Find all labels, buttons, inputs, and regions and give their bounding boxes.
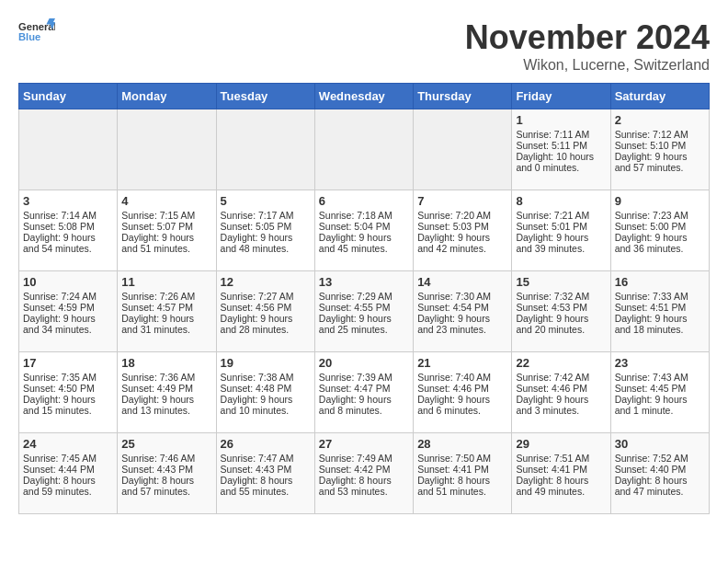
day-info: Sunrise: 7:26 AM: [121, 291, 211, 302]
day-info: Sunrise: 7:15 AM: [121, 210, 211, 221]
day-number: 22: [516, 356, 606, 370]
day-info: Sunset: 4:54 PM: [417, 302, 507, 313]
day-info: Daylight: 9 hours and 20 minutes.: [516, 313, 606, 335]
day-number: 17: [23, 356, 113, 370]
calendar-cell: 11Sunrise: 7:26 AMSunset: 4:57 PMDayligh…: [118, 271, 216, 352]
week-row-5: 24Sunrise: 7:45 AMSunset: 4:44 PMDayligh…: [19, 433, 710, 514]
day-info: Sunrise: 7:11 AM: [516, 129, 606, 140]
calendar-cell: [414, 109, 512, 190]
calendar-cell: 17Sunrise: 7:35 AMSunset: 4:50 PMDayligh…: [19, 352, 118, 433]
day-info: Sunset: 4:40 PM: [615, 464, 705, 475]
day-number: 5: [221, 194, 311, 208]
day-info: Daylight: 9 hours and 42 minutes.: [417, 232, 507, 254]
day-info: Daylight: 9 hours and 51 minutes.: [121, 232, 211, 254]
day-info: Sunset: 4:59 PM: [23, 302, 113, 313]
day-number: 26: [221, 437, 311, 451]
day-info: Sunrise: 7:39 AM: [319, 372, 409, 383]
day-number: 29: [516, 437, 606, 451]
calendar-cell: 19Sunrise: 7:38 AMSunset: 4:48 PMDayligh…: [216, 352, 314, 433]
day-info: Sunset: 4:46 PM: [516, 383, 606, 394]
day-number: 20: [319, 356, 409, 370]
header-row: SundayMondayTuesdayWednesdayThursdayFrid…: [19, 84, 710, 109]
calendar-cell: 27Sunrise: 7:49 AMSunset: 4:42 PMDayligh…: [314, 433, 413, 514]
week-row-4: 17Sunrise: 7:35 AMSunset: 4:50 PMDayligh…: [19, 352, 710, 433]
logo: General Blue: [18, 18, 55, 48]
day-info: Sunrise: 7:35 AM: [23, 372, 113, 383]
day-info: Daylight: 9 hours and 48 minutes.: [221, 232, 311, 254]
svg-text:Blue: Blue: [18, 31, 40, 42]
day-number: 7: [417, 194, 507, 208]
day-info: Daylight: 10 hours and 0 minutes.: [516, 151, 606, 173]
day-number: 2: [615, 113, 705, 127]
day-info: Sunset: 5:08 PM: [23, 221, 113, 232]
calendar-cell: 10Sunrise: 7:24 AMSunset: 4:59 PMDayligh…: [19, 271, 118, 352]
day-number: 16: [615, 275, 705, 289]
day-info: Sunrise: 7:36 AM: [121, 372, 211, 383]
day-info: Sunrise: 7:30 AM: [417, 291, 507, 302]
day-info: Sunset: 5:10 PM: [615, 140, 705, 151]
day-info: Sunset: 5:00 PM: [615, 221, 705, 232]
day-info: Sunrise: 7:52 AM: [615, 453, 705, 464]
day-info: Sunset: 4:44 PM: [23, 464, 113, 475]
calendar-body: 1Sunrise: 7:11 AMSunset: 5:11 PMDaylight…: [19, 109, 710, 514]
calendar-cell: [19, 109, 118, 190]
day-info: Daylight: 8 hours and 57 minutes.: [121, 475, 211, 497]
day-number: 14: [417, 275, 507, 289]
day-number: 18: [121, 356, 211, 370]
calendar-cell: 15Sunrise: 7:32 AMSunset: 4:53 PMDayligh…: [512, 271, 610, 352]
day-info: Daylight: 9 hours and 1 minute.: [615, 394, 705, 416]
calendar-cell: 1Sunrise: 7:11 AMSunset: 5:11 PMDaylight…: [512, 109, 610, 190]
day-info: Sunset: 4:48 PM: [221, 383, 311, 394]
day-info: Daylight: 8 hours and 53 minutes.: [319, 475, 409, 497]
day-info: Sunset: 4:49 PM: [121, 383, 211, 394]
day-info: Sunset: 5:05 PM: [221, 221, 311, 232]
day-info: Daylight: 8 hours and 51 minutes.: [417, 475, 507, 497]
calendar-cell: 20Sunrise: 7:39 AMSunset: 4:47 PMDayligh…: [314, 352, 413, 433]
header-day-sunday: Sunday: [19, 84, 118, 109]
day-info: Sunrise: 7:21 AM: [516, 210, 606, 221]
day-number: 10: [23, 275, 113, 289]
day-info: Sunrise: 7:49 AM: [319, 453, 409, 464]
day-info: Sunrise: 7:17 AM: [221, 210, 311, 221]
header-day-wednesday: Wednesday: [314, 84, 413, 109]
day-number: 1: [516, 113, 606, 127]
day-number: 15: [516, 275, 606, 289]
day-info: Sunset: 4:43 PM: [221, 464, 311, 475]
day-number: 8: [516, 194, 606, 208]
week-row-1: 1Sunrise: 7:11 AMSunset: 5:11 PMDaylight…: [19, 109, 710, 190]
day-info: Sunrise: 7:33 AM: [615, 291, 705, 302]
calendar-cell: 12Sunrise: 7:27 AMSunset: 4:56 PMDayligh…: [216, 271, 314, 352]
day-info: Sunset: 4:51 PM: [615, 302, 705, 313]
day-info: Daylight: 9 hours and 36 minutes.: [615, 232, 705, 254]
day-info: Daylight: 9 hours and 18 minutes.: [615, 313, 705, 335]
calendar-cell: 14Sunrise: 7:30 AMSunset: 4:54 PMDayligh…: [414, 271, 512, 352]
calendar-cell: 24Sunrise: 7:45 AMSunset: 4:44 PMDayligh…: [19, 433, 118, 514]
calendar-cell: 30Sunrise: 7:52 AMSunset: 4:40 PMDayligh…: [610, 433, 709, 514]
day-number: 9: [615, 194, 705, 208]
logo-icon: General Blue: [18, 18, 55, 48]
day-info: Daylight: 9 hours and 8 minutes.: [319, 394, 409, 416]
day-number: 27: [319, 437, 409, 451]
day-info: Daylight: 8 hours and 47 minutes.: [615, 475, 705, 497]
calendar-cell: [216, 109, 314, 190]
day-info: Sunset: 4:45 PM: [615, 383, 705, 394]
day-info: Sunrise: 7:32 AM: [516, 291, 606, 302]
calendar-cell: 28Sunrise: 7:50 AMSunset: 4:41 PMDayligh…: [414, 433, 512, 514]
day-info: Sunset: 4:56 PM: [221, 302, 311, 313]
day-info: Sunrise: 7:38 AM: [221, 372, 311, 383]
day-info: Sunset: 4:47 PM: [319, 383, 409, 394]
day-info: Sunset: 5:07 PM: [121, 221, 211, 232]
day-number: 12: [221, 275, 311, 289]
day-info: Sunrise: 7:24 AM: [23, 291, 113, 302]
week-row-3: 10Sunrise: 7:24 AMSunset: 4:59 PMDayligh…: [19, 271, 710, 352]
header-day-thursday: Thursday: [414, 84, 512, 109]
day-info: Sunset: 4:43 PM: [121, 464, 211, 475]
calendar-header: SundayMondayTuesdayWednesdayThursdayFrid…: [19, 84, 710, 109]
day-info: Daylight: 9 hours and 6 minutes.: [417, 394, 507, 416]
day-info: Daylight: 9 hours and 15 minutes.: [23, 394, 113, 416]
calendar-cell: 3Sunrise: 7:14 AMSunset: 5:08 PMDaylight…: [19, 190, 118, 271]
day-info: Sunrise: 7:43 AM: [615, 372, 705, 383]
day-number: 25: [121, 437, 211, 451]
calendar-cell: [118, 109, 216, 190]
day-info: Sunset: 4:42 PM: [319, 464, 409, 475]
